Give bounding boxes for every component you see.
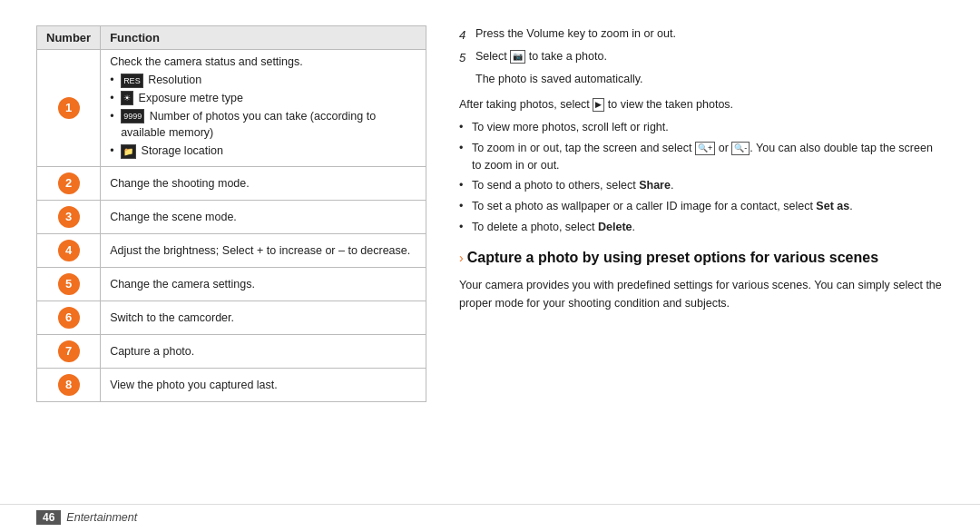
bullet-share: To send a photo to others, select Share.: [459, 177, 944, 194]
left-column: Number Function 1 Check the camera statu…: [36, 25, 426, 495]
bullet-zoom: To zoom in or out, tap the screen and se…: [459, 140, 944, 174]
table-row: 8 View the photo you captured last.: [37, 368, 426, 401]
badge-4: 4: [58, 240, 80, 261]
table-row: 3 Change the scene mode.: [37, 200, 426, 233]
row-num-7: 7: [37, 334, 101, 368]
camera-icon: 📷: [510, 50, 525, 64]
badge-8: 8: [58, 374, 80, 396]
row-num-5: 5: [37, 267, 101, 300]
func-cell-6: Switch to the camcorder.: [101, 300, 426, 334]
step-sub-text: The photo is saved automatically.: [475, 71, 643, 88]
row-num-3: 3: [37, 200, 101, 233]
step-text-5: Select 📷 to take a photo.: [475, 48, 944, 65]
bullet-delete: To delete a photo, select Delete.: [459, 219, 944, 236]
chevron-icon: ›: [459, 251, 464, 265]
func-cell-5: Change the camera settings.: [101, 267, 426, 300]
bullet-setas: To set a photo as wallpaper or a caller …: [459, 198, 944, 215]
bullet-view: To view more photos, scroll left or righ…: [459, 119, 944, 136]
footer-section: Entertainment: [66, 511, 137, 524]
badge-3: 3: [58, 206, 80, 228]
badge-7: 7: [58, 340, 80, 362]
page-number: 46: [36, 510, 61, 525]
table-row: 2 Change the shooting mode.: [37, 166, 426, 200]
col-header-number: Number: [37, 26, 101, 50]
step-num-5: 5: [459, 49, 475, 67]
row-num-1: 1: [37, 50, 101, 167]
func-cell-7: Capture a photo.: [101, 334, 426, 368]
delete-bold: Delete: [598, 221, 632, 233]
section-description: Your camera provides you with predefined…: [459, 276, 944, 312]
step-text-4: Press the Volume key to zoom in or out.: [475, 25, 944, 43]
badge-6: 6: [58, 307, 80, 329]
zoom-out-icon: 🔍-: [731, 142, 750, 155]
zoom-in-icon: 🔍+: [695, 142, 715, 155]
section-title: Capture a photo by using preset options …: [467, 250, 878, 265]
section-heading: ›Capture a photo by using preset options…: [459, 247, 944, 270]
exposure-icon: ☀: [121, 91, 133, 105]
table-row: 5 Change the camera settings.: [37, 267, 426, 300]
row-num-2: 2: [37, 166, 101, 200]
function-table: Number Function 1 Check the camera statu…: [36, 25, 426, 402]
after-photos-intro: After taking photos, select ▶ to view th…: [459, 96, 944, 113]
setas-bold: Set as: [816, 200, 849, 212]
table-row: 1 Check the camera status and settings. …: [37, 50, 426, 167]
func-cell-4: Adjust the brightness; Select + to incre…: [101, 233, 426, 267]
step-4: 4 Press the Volume key to zoom in or out…: [459, 25, 944, 44]
table-row: 7 Capture a photo.: [37, 334, 426, 368]
func-cell-3: Change the scene mode.: [101, 200, 426, 233]
bullet-photos: 9999 Number of photos you can take (acco…: [110, 108, 416, 143]
after-photos-list: To view more photos, scroll left or righ…: [459, 119, 944, 236]
func-cell-1: Check the camera status and settings. RE…: [101, 50, 426, 167]
row-num-6: 6: [37, 300, 101, 334]
step-5: 5 Select 📷 to take a photo.: [459, 48, 944, 67]
row-num-8: 8: [37, 368, 101, 401]
right-column: 4 Press the Volume key to zoom in or out…: [459, 25, 944, 495]
storage-icon: 📁: [121, 144, 136, 159]
col-header-function: Function: [101, 26, 426, 50]
step-num-4: 4: [459, 26, 475, 44]
step-5-sub: The photo is saved automatically.: [475, 71, 944, 88]
badge-2: 2: [58, 172, 80, 194]
table-row: 4 Adjust the brightness; Select + to inc…: [37, 233, 426, 267]
share-bold: Share: [639, 179, 671, 192]
bullet-resolution: RES Resolution: [110, 72, 416, 89]
row-num-4: 4: [37, 233, 101, 267]
badge-1: 1: [58, 97, 80, 119]
bullet-storage: 📁 Storage location: [110, 143, 416, 160]
bullet-exposure: ☀ Exposure metre type: [110, 90, 416, 107]
func-cell-2: Change the shooting mode.: [101, 166, 426, 200]
photos-icon: 9999: [121, 109, 144, 123]
footer: 46 Entertainment: [0, 504, 980, 532]
func-cell-8: View the photo you captured last.: [101, 368, 426, 401]
func-text-1: Check the camera status and settings.: [110, 55, 303, 68]
table-row: 6 Switch to the camcorder.: [37, 300, 426, 334]
resolution-icon: RES: [121, 74, 143, 88]
badge-5: 5: [58, 273, 80, 295]
view-icon: ▶: [593, 98, 604, 112]
